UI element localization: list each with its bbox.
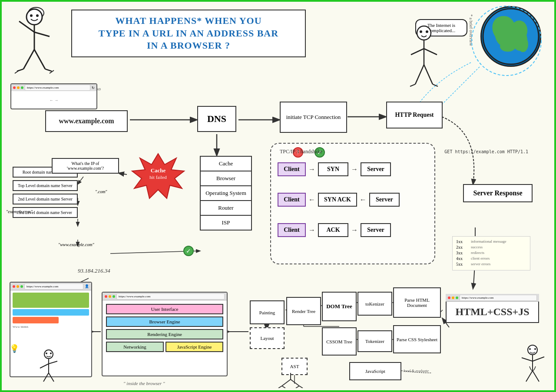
browser-dot-yellow — [17, 86, 20, 89]
http-get-text: GET https://example.com HTTP/1.1 — [444, 149, 528, 154]
url-text: www.example.com — [59, 117, 114, 125]
svg-line-27 — [23, 49, 34, 69]
server-synack: Server — [369, 193, 400, 207]
status-5xx: 5xx server errors — [456, 262, 526, 267]
svg-line-59 — [49, 373, 54, 382]
stick-figure-left — [10, 6, 58, 76]
stick-figure-bottom-left — [36, 349, 62, 384]
earth-globe — [480, 6, 541, 67]
dns-box: DNS — [197, 106, 236, 132]
svg-line-58 — [43, 373, 49, 382]
title-line2: TYPE IN A URL IN AN ADDRESS BAR — [99, 27, 278, 40]
url-bi[interactable]: https://www.example.com — [116, 293, 225, 300]
synack-arrow-left: ← — [308, 196, 315, 204]
svg-point-22 — [30, 14, 33, 17]
browser-reload-icon[interactable]: ↻ — [92, 86, 95, 90]
status-3xx: 3xx redirects — [456, 250, 526, 255]
svg-line-40 — [424, 65, 433, 84]
brief-overview-text: * a brief overview — [469, 14, 473, 46]
dot-y-bl — [17, 285, 19, 288]
render-tree-box: Render Tree — [286, 297, 321, 325]
bottom-components-row: Networking JavaScript Engine — [106, 342, 223, 352]
isp-item: ISP — [200, 216, 252, 231]
svg-line-38 — [424, 49, 437, 55]
load-eval-text: load & evaluate — [404, 369, 429, 373]
tcp-row-syn: Client → SYN → Server — [278, 162, 391, 176]
svg-line-37 — [411, 49, 424, 55]
server-syn: Server — [361, 162, 391, 176]
ip-question-box: What's the IP of 'www.example.com'? — [52, 158, 119, 174]
handshake-label: TPC/IP 3 handshake — [280, 148, 322, 155]
url-bl[interactable]: https://www.example.com — [24, 283, 83, 290]
inside-browser-label: " inside the browser " — [123, 381, 165, 386]
svg-point-33 — [417, 26, 431, 40]
svg-line-4 — [119, 173, 127, 175]
svg-line-41 — [410, 84, 415, 86]
client-synack: Client — [278, 193, 306, 207]
browser-toolbar-bottom-left: https://www.example.com 👤 — [10, 283, 91, 290]
tcp-connection-box: initiate TCP Connection — [280, 102, 347, 133]
cssom-tree-box: CSSOM Tree — [322, 327, 357, 356]
svg-point-62 — [534, 348, 536, 350]
dot-y-bi — [109, 295, 111, 298]
title-line1: WHAT HAPPENS* WHEN YOU — [99, 15, 278, 27]
dot-y-br — [452, 296, 454, 299]
url-box: www.example.com — [45, 110, 128, 132]
dom-tree-box: DOM Tree — [322, 292, 357, 321]
svg-line-70 — [291, 379, 299, 386]
svg-point-54 — [50, 352, 52, 354]
content-bar-1 — [13, 293, 89, 308]
svg-line-64 — [522, 358, 533, 361]
svg-line-5 — [78, 177, 83, 184]
content-text: Www hhhhh — [13, 325, 89, 329]
svg-point-21 — [26, 9, 42, 25]
browser-dot-red — [13, 86, 16, 89]
url-br[interactable]: https://www.example.com — [460, 295, 537, 301]
www-label: "www.example.com" — [58, 242, 94, 247]
browser-toolbar-right: https://www.example.com — [446, 294, 539, 302]
router-item: Router — [200, 201, 252, 216]
ack-arrow-right: → — [308, 226, 315, 234]
tcp-text: initiate TCP Connection — [286, 114, 341, 121]
networking-component: Networking — [106, 342, 164, 352]
stick-figure-right-top — [407, 23, 441, 89]
svg-point-52 — [44, 350, 53, 359]
person-icon-bl: 👤 — [85, 284, 89, 288]
dot-g-bl — [20, 285, 23, 288]
svg-line-42 — [433, 84, 438, 86]
status-codes: 1xx informational message 2xx success 3x… — [452, 236, 530, 270]
tokenizer-top-box: toKenizer — [357, 292, 392, 316]
content-bar-2 — [13, 309, 89, 316]
syn-arrow-right: → — [308, 165, 315, 173]
syn-cell: SYN — [318, 162, 348, 176]
svg-line-71 — [278, 386, 282, 388]
com-label: ".com" — [95, 189, 107, 194]
os-item: Operating System — [200, 186, 252, 201]
svg-point-34 — [420, 30, 422, 33]
svg-point-35 — [426, 30, 428, 33]
dns-text: DNS — [207, 113, 226, 125]
synack-cell: SYN ACK — [318, 193, 357, 207]
status-4xx: 4xx client errors — [456, 256, 526, 261]
svg-line-73 — [296, 386, 299, 388]
top-level-domain-server: Top Level domain name Server — [13, 180, 78, 191]
stick-figure-bottom-right — [517, 345, 548, 384]
browser-internals-panel: https://www.example.com User Interface B… — [102, 292, 228, 376]
browser-body-top: ← → — [11, 91, 96, 109]
tcp-row-ack: Client → ACK → Server — [278, 223, 391, 237]
status-2xx: 2xx success — [456, 245, 526, 250]
svg-line-69 — [282, 379, 291, 386]
client-syn: Client — [278, 162, 306, 176]
example-label: "example.com" — [6, 209, 33, 214]
svg-point-43 — [483, 9, 539, 64]
browser-url-top[interactable]: https://www.example.com — [25, 85, 90, 91]
title-box: WHAT HAPPENS* WHEN YOU TYPE IN A URL IN … — [71, 10, 306, 57]
layout-box: Layout — [250, 327, 285, 349]
js-engine-component: JavaScript Engine — [165, 342, 223, 352]
dot-g-br — [456, 296, 458, 299]
tcp-row-synack: Client ← SYN ACK ← Server — [278, 193, 400, 207]
browser-item: Browser — [200, 171, 252, 186]
dot-r-bl — [13, 285, 15, 288]
ast-symbol — [278, 373, 304, 388]
javascript-box: JavaScript — [349, 362, 401, 380]
